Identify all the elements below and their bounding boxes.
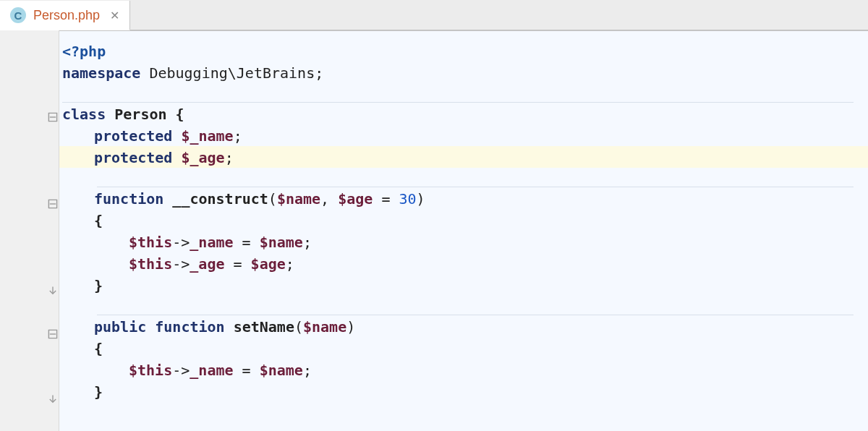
editor: <?php namespace Debugging\JetBrains; cla…	[0, 30, 868, 431]
code-line: {	[59, 337, 868, 359]
fold-end-icon[interactable]	[46, 394, 59, 404]
code-line: {	[59, 209, 868, 231]
code-line: $this->_name = $name;	[59, 231, 868, 252]
code-line: public function setName($name)	[59, 315, 868, 337]
fold-collapse-icon[interactable]	[46, 199, 59, 209]
code-line: namespace Debugging\JetBrains;	[59, 61, 868, 83]
file-tab[interactable]: C Person.php ✕	[0, 1, 130, 30]
fold-collapse-icon[interactable]	[46, 112, 59, 122]
code-line: class Person {	[59, 103, 868, 124]
tab-bar: C Person.php ✕	[0, 0, 868, 30]
class-icon: C	[10, 7, 26, 23]
code-area[interactable]: <?php namespace Debugging\JetBrains; cla…	[59, 30, 868, 431]
close-icon[interactable]: ✕	[110, 9, 119, 22]
code-line: protected $_name;	[59, 124, 868, 146]
code-line: }	[59, 380, 868, 402]
code-line: $this->_age = $age;	[59, 252, 868, 274]
tab-label: Person.php	[33, 8, 100, 23]
fold-collapse-icon[interactable]	[46, 329, 59, 339]
fold-end-icon[interactable]	[46, 286, 59, 296]
code-line: $this->_name = $name;	[59, 359, 868, 380]
code-line: }	[59, 274, 868, 296]
code-line-highlighted: protected $_age;	[59, 146, 868, 168]
code-line: function __construct($name, $age = 30)	[59, 187, 868, 209]
gutter	[0, 30, 59, 431]
code-line: <?php	[59, 40, 868, 61]
